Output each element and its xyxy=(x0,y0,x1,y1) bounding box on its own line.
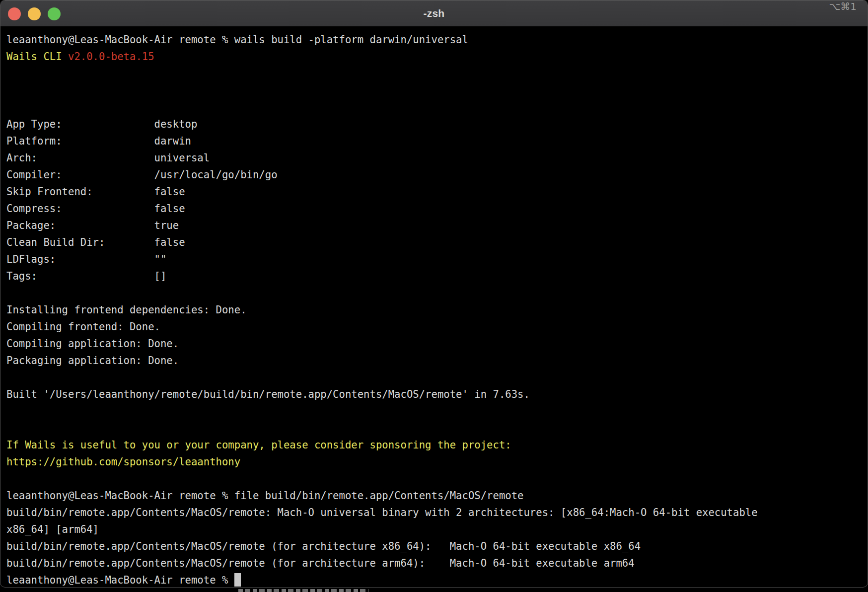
terminal-text-segment: build/bin/remote.app/Contents/MacOS/remo… xyxy=(6,507,758,518)
terminal-text-segment: x86_64] [arm64] xyxy=(6,523,99,535)
terminal-text-segment: If Wails is useful to you or your compan… xyxy=(6,439,511,451)
terminal-text-segment: App Type: desktop xyxy=(6,118,197,130)
terminal-line: leaanthony@Leas-MacBook-Air remote % xyxy=(6,572,867,587)
terminal-line xyxy=(6,369,867,386)
terminal-text-segment: LDFlags: "" xyxy=(6,253,166,265)
terminal-text-segment: build/bin/remote.app/Contents/MacOS/remo… xyxy=(6,540,641,552)
terminal-line: Built '/Users/leaanthony/remote/build/bi… xyxy=(6,386,867,403)
terminal-text-segment: build/bin/remote.app/Contents/MacOS/remo… xyxy=(6,557,635,569)
terminal-line: leaanthony@Leas-MacBook-Air remote % fil… xyxy=(6,487,867,504)
terminal-line xyxy=(6,65,867,82)
terminal-line: Compiling frontend: Done. xyxy=(6,318,867,335)
terminal-cursor[interactable] xyxy=(234,573,241,587)
terminal-line: x86_64] [arm64] xyxy=(6,521,867,538)
terminal-text-segment: leaanthony@Leas-MacBook-Air remote % fil… xyxy=(6,490,523,502)
terminal-text-segment: Skip Frontend: false xyxy=(6,186,185,198)
terminal-line xyxy=(6,403,867,420)
minimize-button[interactable] xyxy=(28,7,41,20)
terminal-text-segment: Compiler: /usr/local/go/bin/go xyxy=(6,169,278,181)
terminal-line: https://github.com/sponsors/leaanthony xyxy=(6,453,867,470)
terminal-text-segment: Platform: darwin xyxy=(6,135,191,147)
terminal-line: LDFlags: "" xyxy=(6,251,867,268)
terminal-line: Clean Build Dir: false xyxy=(6,234,867,251)
background-window-text-sliver xyxy=(238,589,368,592)
terminal-line: Compiler: /usr/local/go/bin/go xyxy=(6,166,867,183)
terminal-line: build/bin/remote.app/Contents/MacOS/remo… xyxy=(6,538,867,555)
terminal-line xyxy=(6,420,867,437)
terminal-text-segment: v2.0.0-beta.15 xyxy=(68,51,154,63)
terminal-text-segment: Compiling application: Done. xyxy=(6,338,179,350)
terminal-line: Wails CLI v2.0.0-beta.15 xyxy=(6,48,867,65)
close-button[interactable] xyxy=(8,7,21,20)
terminal-text-segment: Package: true xyxy=(6,220,179,231)
terminal-text-segment: Clean Build Dir: false xyxy=(6,236,185,248)
terminal-output[interactable]: leaanthony@Leas-MacBook-Air remote % wai… xyxy=(1,27,867,587)
terminal-window: -zsh ⌥⌘1 leaanthony@Leas-MacBook-Air rem… xyxy=(0,0,868,588)
terminal-line: Compress: false xyxy=(6,200,867,217)
zoom-button[interactable] xyxy=(48,7,61,20)
title-bar[interactable]: -zsh ⌥⌘1 xyxy=(0,0,868,27)
terminal-line: Package: true xyxy=(6,217,867,234)
terminal-line: Compiling application: Done. xyxy=(6,335,867,352)
traffic-lights xyxy=(8,7,61,20)
terminal-line: Tags: [] xyxy=(6,268,867,285)
tab-shortcut-badge: ⌥⌘1 xyxy=(829,0,857,12)
terminal-text-segment: leaanthony@Leas-MacBook-Air remote % wai… xyxy=(6,34,468,46)
terminal-line: If Wails is useful to you or your compan… xyxy=(6,437,867,453)
terminal-line xyxy=(6,470,867,487)
terminal-line: build/bin/remote.app/Contents/MacOS/remo… xyxy=(6,504,867,521)
terminal-line: Platform: darwin xyxy=(6,133,867,149)
terminal-text-segment: Tags: [] xyxy=(6,270,166,282)
terminal-text-segment: Built '/Users/leaanthony/remote/build/bi… xyxy=(6,388,530,400)
terminal-text-segment: Installing frontend dependencies: Done. xyxy=(6,304,247,316)
terminal-line xyxy=(6,99,867,116)
terminal-line: leaanthony@Leas-MacBook-Air remote % wai… xyxy=(6,31,867,48)
terminal-text-segment: Packaging application: Done. xyxy=(6,355,179,367)
terminal-line: Installing frontend dependencies: Done. xyxy=(6,301,867,318)
terminal-text-segment: leaanthony@Leas-MacBook-Air remote % xyxy=(6,574,234,586)
terminal-text-segment: Compress: false xyxy=(6,203,185,215)
terminal-line xyxy=(6,82,867,99)
window-title: -zsh xyxy=(0,7,868,19)
terminal-line: App Type: desktop xyxy=(6,116,867,133)
terminal-line xyxy=(6,285,867,301)
terminal-line: Packaging application: Done. xyxy=(6,352,867,369)
terminal-text-segment: Arch: universal xyxy=(6,152,210,164)
terminal-text-segment: Compiling frontend: Done. xyxy=(6,321,160,333)
terminal-text-segment: https://github.com/sponsors/leaanthony xyxy=(6,456,240,468)
terminal-line: Skip Frontend: false xyxy=(6,183,867,200)
terminal-line: Arch: universal xyxy=(6,149,867,166)
terminal-text-segment: Wails CLI xyxy=(6,51,68,63)
terminal-line: build/bin/remote.app/Contents/MacOS/remo… xyxy=(6,555,867,572)
